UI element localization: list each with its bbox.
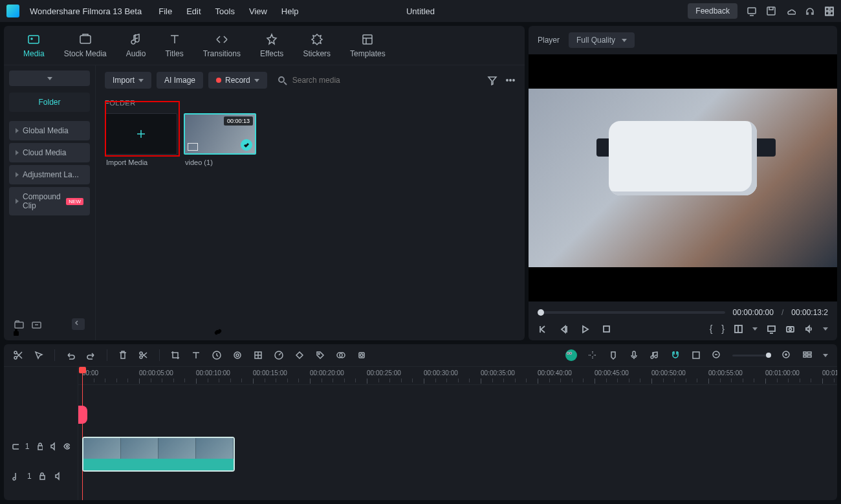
tab-stickers[interactable]: Stickers [303, 32, 331, 58]
mic-icon[interactable] [629, 350, 639, 360]
audio-track-header[interactable]: 1 [4, 461, 78, 491]
tab-stock-media[interactable]: Stock Media [64, 32, 107, 58]
quality-dropdown[interactable]: Full Quality [569, 32, 635, 48]
layout-icon[interactable] [734, 324, 743, 334]
ruler-tick: 00:00:05:00 [139, 369, 173, 377]
magnet-icon[interactable] [670, 350, 681, 360]
new-badge: NEW [66, 198, 83, 205]
menu-edit[interactable]: Edit [186, 6, 201, 16]
ruler-tick: 00:00:10:00 [196, 369, 230, 377]
volume-icon[interactable] [804, 324, 814, 334]
video-track-icon [12, 442, 19, 451]
menu-tools[interactable]: Tools [215, 6, 235, 16]
ai-image-button[interactable]: AI Image [157, 72, 203, 89]
marker-icon[interactable] [608, 350, 618, 360]
frame-icon[interactable] [691, 350, 701, 360]
ruler-tick: 00:01:00:00 [765, 369, 800, 377]
more-icon[interactable] [505, 75, 516, 85]
monitor-icon[interactable] [747, 6, 757, 16]
svg-point-7 [31, 38, 32, 39]
zoom-out-icon[interactable] [712, 350, 722, 360]
headphones-icon[interactable] [805, 6, 815, 16]
sidebar-item-global-media[interactable]: Global Media [9, 121, 90, 140]
lock-icon[interactable] [36, 442, 43, 451]
app-logo-icon [6, 5, 19, 17]
total-time: 00:00:13:2 [791, 308, 828, 317]
video-track-header[interactable]: 1 [4, 432, 78, 461]
playhead[interactable] [82, 367, 83, 500]
sidebar-item-compound-clip[interactable]: Compound ClipNEW [9, 187, 90, 215]
import-media-tile[interactable]: Import Media [105, 113, 177, 170]
timeline-ruler[interactable]: 00:0000:00:05:0000:00:10:0000:00:15:0000… [78, 367, 837, 385]
tab-transitions[interactable]: Transitions [203, 32, 241, 58]
save-icon[interactable] [766, 6, 776, 16]
menu-view[interactable]: View [249, 6, 267, 16]
snapshot-icon[interactable] [785, 324, 795, 334]
ruler-tick: 00:00:25:00 [367, 369, 401, 377]
video-thumbnail[interactable]: 00:00:13 video (1) [184, 113, 256, 170]
svg-point-36 [567, 353, 569, 355]
tab-templates[interactable]: Templates [350, 32, 386, 58]
display-icon[interactable] [767, 324, 776, 334]
expand-icon[interactable] [824, 6, 835, 17]
feedback-button[interactable]: Feedback [688, 3, 737, 19]
media-sidebar: Folder Global Media Cloud Media Adjustme… [4, 65, 96, 340]
layout-chevron[interactable] [752, 327, 758, 331]
svg-rect-47 [13, 444, 19, 449]
ruler-tick: 00:00:20:00 [310, 369, 344, 377]
prev-frame-icon[interactable] [538, 324, 547, 334]
track-headers: 1 1 [4, 367, 78, 500]
import-button[interactable]: Import [105, 72, 151, 89]
stop-icon[interactable] [602, 324, 611, 334]
svg-rect-46 [14, 331, 19, 336]
play-backward-icon[interactable] [559, 324, 569, 334]
timeline-tracks[interactable]: 00:0000:00:05:0000:00:10:0000:00:15:0000… [78, 367, 837, 500]
video-preview[interactable] [529, 54, 837, 301]
music-icon[interactable] [650, 350, 660, 360]
timeline-clip[interactable] [82, 437, 235, 472]
volume-chevron[interactable] [823, 327, 828, 331]
sidebar-item-cloud-media[interactable]: Cloud Media [9, 143, 90, 162]
mark-out[interactable]: } [721, 323, 725, 334]
svg-rect-42 [803, 352, 806, 354]
zoom-in-icon[interactable] [781, 350, 792, 360]
view-mode-icon[interactable] [802, 350, 813, 360]
filter-icon[interactable] [487, 75, 497, 85]
sparkle-icon[interactable] [587, 350, 598, 360]
view-chevron[interactable] [823, 354, 828, 357]
cloud-icon[interactable] [785, 6, 796, 16]
ai-icon[interactable] [565, 349, 577, 361]
svg-rect-9 [363, 35, 372, 44]
zoom-slider[interactable] [732, 355, 771, 356]
folder-header[interactable]: Folder [9, 93, 90, 112]
mark-in[interactable]: { [710, 323, 713, 334]
eye-icon[interactable] [63, 442, 70, 451]
mute-icon[interactable] [54, 472, 63, 481]
svg-rect-38 [633, 351, 635, 356]
svg-rect-50 [40, 476, 45, 479]
tab-titles[interactable]: Titles [165, 32, 183, 58]
media-toolbar: Import AI Image Record [96, 65, 525, 95]
svg-point-37 [570, 353, 572, 355]
lock-icon[interactable] [38, 472, 47, 481]
scrub-bar[interactable] [538, 311, 725, 314]
mute-icon[interactable] [49, 442, 56, 451]
tab-effects[interactable]: Effects [260, 32, 283, 58]
search-input[interactable] [292, 76, 477, 85]
sidebar-dropdown[interactable] [9, 71, 90, 86]
media-panel: Media Stock Media Audio Titles Transitio… [4, 26, 525, 340]
svg-rect-43 [803, 355, 806, 357]
record-button[interactable]: Record [208, 72, 267, 89]
ruler-tick: 00:00:45:00 [595, 369, 629, 377]
sidebar-item-adjustment-layer[interactable]: Adjustment La... [9, 165, 90, 184]
play-icon[interactable] [580, 324, 590, 334]
menu-file[interactable]: File [158, 6, 172, 16]
tab-media[interactable]: Media [23, 32, 45, 58]
import-media-label: Import Media [105, 155, 177, 170]
ruler-tick: 00:00:35:00 [481, 369, 515, 377]
svg-point-15 [513, 80, 514, 81]
tab-audio[interactable]: Audio [126, 32, 146, 58]
filmstrip-icon [188, 143, 198, 151]
menu-help[interactable]: Help [281, 6, 299, 16]
region-handle[interactable] [78, 406, 87, 424]
